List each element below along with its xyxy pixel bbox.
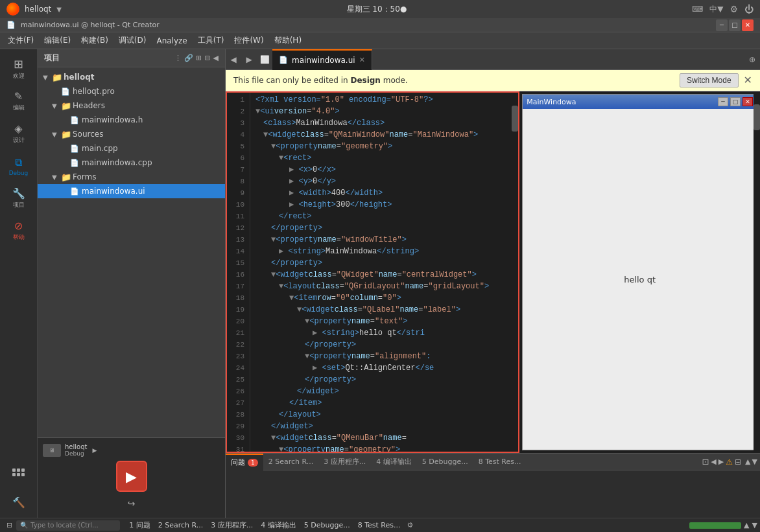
firefox-icon[interactable]: [6, 3, 19, 16]
menu-file[interactable]: 文件(F): [3, 33, 39, 48]
code-line: ▼ <widget class="QMainWindow" name="Main…: [255, 129, 506, 141]
bottom-tab-issues[interactable]: 问题 1: [226, 454, 263, 470]
status-nav-up[interactable]: ▲: [744, 521, 749, 529]
tree-item-mainwindowa-h[interactable]: 📄 mainwindowa.h: [38, 113, 225, 127]
code-line: ▼ <widget class="QLabel" name="label">: [255, 304, 506, 316]
sidebar-collapse-icon[interactable]: ⊟: [204, 54, 210, 62]
activity-apps-grid[interactable]: [3, 457, 35, 488]
win-minimize[interactable]: ─: [716, 19, 728, 31]
menu-analyze[interactable]: Analyze: [151, 34, 192, 47]
win-restore[interactable]: □: [729, 19, 741, 31]
tree-label: Sources: [73, 130, 103, 139]
menu-tools[interactable]: 工具(T): [193, 33, 230, 48]
tab-nav-back[interactable]: ◀: [226, 49, 241, 70]
editor-scrollbar[interactable]: [512, 93, 518, 452]
status-debugger-label[interactable]: 5 Debugge...: [300, 521, 354, 529]
language-icon[interactable]: 中▼: [709, 4, 723, 15]
status-options-btn[interactable]: ⚙: [404, 521, 416, 529]
tree-item-forms[interactable]: ▼ 📁 Forms: [38, 170, 225, 184]
tree-item-sources[interactable]: ▼ 📁 Sources: [38, 127, 225, 141]
bottom-nav-back[interactable]: ◀: [711, 457, 716, 466]
status-nav-down[interactable]: ▼: [752, 521, 757, 529]
code-line: ▶ <width>400</width>: [255, 187, 506, 199]
status-issue-label[interactable]: 1 问题: [125, 520, 154, 530]
bottom-tab-testres[interactable]: 8 Test Res...: [473, 454, 527, 470]
right-scrollbar[interactable]: [754, 91, 760, 453]
activity-edit[interactable]: ✎ 编辑: [3, 86, 35, 117]
bottom-nav-fwd[interactable]: ▶: [718, 457, 724, 466]
switch-mode-button[interactable]: Switch Mode: [680, 73, 739, 87]
design-mode-notice: This file can only be edited in Design m…: [226, 70, 760, 91]
status-app-label[interactable]: 3 应用程序...: [207, 520, 257, 530]
code-line: </property>: [255, 257, 506, 269]
activity-vscode[interactable]: ⧉ Debug: [3, 150, 35, 181]
tree-item-helloqt[interactable]: ▼ 📁 helloqt: [38, 70, 225, 84]
tab-nav-split[interactable]: ⬜: [257, 49, 272, 70]
tree-item-mainwindowa-cpp[interactable]: 📄 mainwindowa.cpp: [38, 156, 225, 170]
code-line: </widget>: [255, 421, 506, 432]
sidebar-expand-icon[interactable]: ⊞: [196, 54, 202, 62]
code-line: ▶ <x>0</x>: [255, 164, 506, 176]
power-icon[interactable]: ⏻: [744, 4, 754, 14]
menu-debug[interactable]: 调试(D): [113, 33, 152, 48]
code-line: ▼ <rect>: [255, 152, 506, 164]
activity-design[interactable]: ◈ 设计: [3, 118, 35, 149]
status-search-label[interactable]: 2 Search R...: [154, 521, 208, 529]
menu-controls[interactable]: 控件(W): [229, 33, 268, 48]
tab-mainwindowa-ui[interactable]: 📄 mainwindowa.ui ✕: [272, 49, 372, 70]
bottom-tab-compile[interactable]: 4 编译输出: [371, 454, 417, 470]
code-line: ▼ <ui version="4.0">: [255, 106, 506, 117]
app-menu-label[interactable]: helloqt: [25, 5, 51, 14]
code-line: ▶ <height>300</height>: [255, 199, 506, 211]
run-button[interactable]: ▶: [116, 461, 147, 492]
status-testres-label[interactable]: 8 Test Res...: [354, 521, 405, 529]
activity-welcome[interactable]: ⊞ 欢迎: [3, 53, 35, 84]
tab-nav-forward[interactable]: ▶: [241, 49, 257, 70]
sidebar-link-icon[interactable]: 🔗: [184, 54, 193, 62]
menu-build[interactable]: 构建(B): [76, 33, 113, 48]
preview-titlebar: MainWindowa ─ □ ✕: [523, 95, 757, 109]
file-icon: 📄: [70, 116, 82, 124]
code-content[interactable]: <?xml version="1.0" encoding="UTF-8"?> ▼…: [250, 93, 512, 452]
tree-item-main-cpp[interactable]: 📄 main.cpp: [38, 141, 225, 156]
activity-project[interactable]: 🔧 项目: [3, 183, 35, 214]
bottom-collapse-down[interactable]: ▼: [752, 457, 757, 466]
sidebar-filter-icon[interactable]: ⋮: [174, 54, 182, 62]
preview-title: MainWindowa: [527, 98, 576, 106]
activity-bar: ⊞ 欢迎 ✎ 编辑 ◈ 设计 ⧉ Debug 🔧 项目 ⊘ 帮助: [0, 49, 38, 518]
win-close[interactable]: ✕: [742, 19, 754, 31]
status-item-type[interactable]: ⊟: [3, 521, 16, 529]
status-compile-label[interactable]: 4 编译输出: [257, 520, 300, 530]
sidebar-nav-left[interactable]: ◀: [213, 54, 219, 62]
bottom-tab-search[interactable]: 2 Search R...: [263, 454, 319, 470]
tab-split-editor[interactable]: ⊕: [744, 49, 760, 70]
bottom-collapse-up[interactable]: ▲: [745, 457, 750, 466]
tab-close-btn[interactable]: ✕: [359, 56, 365, 64]
bottom-tab-debugger[interactable]: 5 Debugge...: [417, 454, 473, 470]
code-line: </rect>: [255, 211, 506, 222]
file-icon: 📄: [61, 87, 73, 96]
bottom-warn-icon: ⚠: [726, 457, 733, 467]
activity-hammer[interactable]: 🔨: [3, 491, 35, 514]
notice-close-btn[interactable]: ✕: [744, 75, 752, 86]
tree-item-mainwindowa-ui[interactable]: 📄 mainwindowa.ui: [38, 184, 225, 198]
activity-help[interactable]: ⊘ 帮助: [3, 215, 35, 246]
debug-step-icon[interactable]: ↪: [115, 494, 148, 513]
locate-input-wrapper[interactable]: 🔍 Type to locate (Ctrl...: [16, 520, 120, 531]
preview-maximize-btn[interactable]: □: [730, 97, 741, 106]
menu-help[interactable]: 帮助(H): [269, 33, 307, 48]
code-line: </property>: [255, 222, 506, 234]
debug-config-label: Debug: [65, 450, 87, 457]
preview-minimize-btn[interactable]: ─: [718, 97, 728, 106]
menu-edit[interactable]: 编辑(E): [39, 33, 76, 48]
bottom-filter-btn[interactable]: ⊟: [735, 457, 741, 467]
folder-icon: 📁: [61, 130, 73, 139]
bottom-tab-app[interactable]: 3 应用程序...: [318, 454, 371, 470]
bottom-filter-icon[interactable]: ⊡: [702, 457, 709, 467]
tree-item-headers[interactable]: ▼ 📁 Headers: [38, 98, 225, 113]
code-line: ▼ <property name="geometry">: [255, 444, 506, 452]
system-bar: helloqt ▼ 星期三 10：50● ⌨ 中▼ ⚙ ⏻: [0, 0, 760, 18]
preview-close-btn[interactable]: ✕: [742, 97, 753, 106]
keyboard-icon: ⌨: [692, 5, 703, 14]
tree-item-helloqt-pro[interactable]: 📄 helloqt.pro: [38, 84, 225, 98]
